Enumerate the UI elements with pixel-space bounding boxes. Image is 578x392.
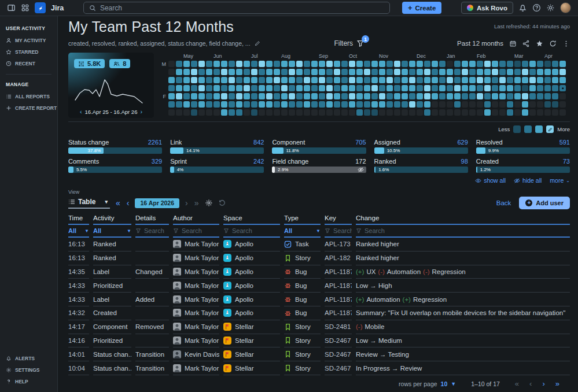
filter-search-change[interactable]: Search [356,227,385,234]
heatmap-cell[interactable] [432,61,438,67]
heatmap-cell[interactable] [514,85,521,91]
heatmap-cell[interactable] [529,77,536,83]
heatmap-cell[interactable] [469,77,476,83]
heatmap-cell[interactable] [296,69,303,75]
heatmap-cell[interactable] [259,101,265,108]
heatmap-cell[interactable] [304,85,310,91]
heatmap-cell[interactable] [206,61,212,67]
range-next-icon[interactable]: › [140,108,142,115]
heatmap-cell[interactable] [221,85,227,91]
heatmap-cell[interactable] [507,93,513,99]
notifications-bell-icon[interactable] [518,3,527,12]
heatmap-cell[interactable] [424,109,430,116]
heatmap-cell[interactable] [537,61,543,67]
heatmap-cell[interactable] [236,69,242,75]
heatmap-cell[interactable] [492,109,498,116]
heatmap-cell[interactable] [409,69,415,75]
heatmap-cell[interactable] [244,69,250,75]
heatmap-cell[interactable] [537,77,543,83]
heatmap-cell[interactable] [424,61,430,67]
heatmap-cell[interactable] [251,109,257,116]
heatmap-cell[interactable] [221,93,227,99]
heatmap-cell[interactable] [281,61,288,67]
heatmap-cell[interactable] [356,69,363,75]
heatmap-cell[interactable] [311,109,318,116]
filter-search-details[interactable]: Search [135,227,164,234]
heatmap-cell[interactable] [244,61,250,67]
heatmap-cell[interactable] [259,85,265,91]
heatmap-cell[interactable] [341,109,348,116]
heatmap-cell[interactable] [462,101,468,108]
heatmap-cell[interactable] [462,77,468,83]
heatmap-cell[interactable] [454,61,461,67]
heatmap-cell[interactable] [349,61,355,67]
heatmap-cell[interactable] [341,69,348,75]
sidebar-item-all-reports[interactable]: ALL REPORTS [0,91,57,102]
heatmap-cell[interactable] [371,77,378,83]
sidebar-item-my-activity[interactable]: MY ACTIVITY [0,35,57,46]
sidebar-item-settings[interactable]: SETTINGS [0,364,57,376]
user-count-badge[interactable]: 8 [109,59,130,68]
heatmap-cell[interactable] [544,69,551,75]
last-page-button[interactable]: » [555,379,559,388]
heatmap-cell[interactable] [447,93,453,99]
heatmap-cell[interactable] [221,61,227,67]
heatmap-cell[interactable] [304,61,310,67]
table-settings-gear-icon[interactable] [205,199,213,207]
heatmap-cell[interactable] [417,93,423,99]
chevron-down-icon[interactable]: ▼ [451,381,456,387]
heatmap-cell[interactable] [552,109,558,116]
heatmap-cell[interactable] [469,61,476,67]
heatmap-cell[interactable] [544,109,551,116]
heatmap-cell[interactable] [402,85,408,91]
heatmap-cell[interactable] [417,109,423,116]
heatmap-cell[interactable] [349,69,355,75]
heatmap-cell[interactable] [334,85,340,91]
heatmap-cell[interactable] [477,77,483,83]
heatmap-cell[interactable] [402,101,408,108]
stat-comments[interactable]: Comments3295.5% [68,158,162,173]
heatmap-cell[interactable] [424,85,430,91]
heatmap-cell[interactable] [341,101,348,108]
heatmap-cell[interactable] [183,109,190,116]
heatmap-cell[interactable] [349,93,355,99]
heatmap-cell[interactable] [507,109,513,116]
heatmap-cell[interactable] [499,69,506,75]
heatmap-cell[interactable] [462,85,468,91]
heatmap-cell[interactable] [251,101,257,108]
heatmap-cell[interactable] [469,69,476,75]
heatmap-cell[interactable] [176,101,182,108]
heatmap-cell[interactable] [221,101,227,108]
heatmap-cell[interactable] [544,93,551,99]
heatmap-cell[interactable] [289,93,295,99]
filter-select-time[interactable]: All▼ [68,227,89,234]
heatmap-cell[interactable] [364,61,370,67]
heatmap-cell[interactable] [176,85,182,91]
heatmap-cell[interactable] [402,77,408,83]
heatmap-cell[interactable] [319,77,325,83]
heatmap-cell[interactable] [236,101,242,108]
heatmap-cell[interactable] [334,101,340,108]
heatmap-cell[interactable] [244,93,250,99]
heatmap-cell[interactable] [206,101,212,108]
heatmap-cell[interactable] [206,109,212,116]
heatmap-cell[interactable] [386,85,393,91]
heatmap-cell[interactable] [304,109,310,116]
heatmap-cell[interactable] [552,101,558,108]
favorite-star-icon[interactable] [536,40,543,47]
heatmap-cell[interactable] [221,69,227,75]
heatmap-cell[interactable] [206,77,212,83]
heatmap-cell[interactable] [168,69,175,75]
heatmap-cell[interactable] [289,77,295,83]
heatmap-cell[interactable] [386,61,393,67]
heatmap-cell[interactable] [507,85,513,91]
heatmap-cell[interactable] [386,77,393,83]
heatmap-cell[interactable] [356,93,363,99]
heatmap-cell[interactable] [311,85,318,91]
heatmap-cell[interactable] [296,77,303,83]
heatmap-cell[interactable] [266,61,273,67]
table-row[interactable]: 14:32CreatedMark TaylorApolloBugAPL-1187… [68,306,570,320]
heatmap-cell[interactable] [191,93,197,99]
heatmap-cell[interactable] [386,101,393,108]
heatmap-cell[interactable] [364,101,370,108]
